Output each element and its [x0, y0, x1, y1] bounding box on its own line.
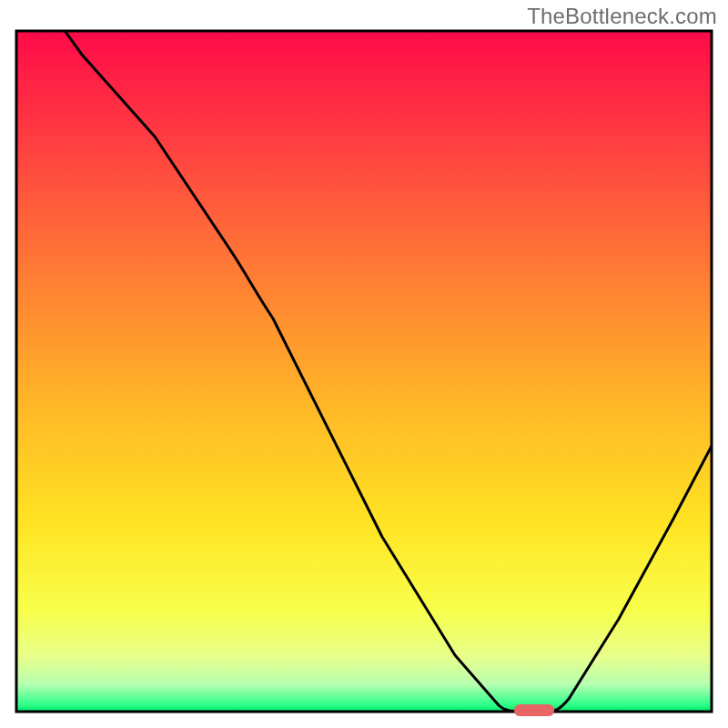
- gradient-background: [16, 31, 712, 712]
- optimal-marker: [514, 704, 554, 716]
- chart-stage: TheBottleneck.com: [0, 0, 728, 728]
- bottleneck-chart: [0, 0, 728, 728]
- watermark-text: TheBottleneck.com: [527, 4, 717, 29]
